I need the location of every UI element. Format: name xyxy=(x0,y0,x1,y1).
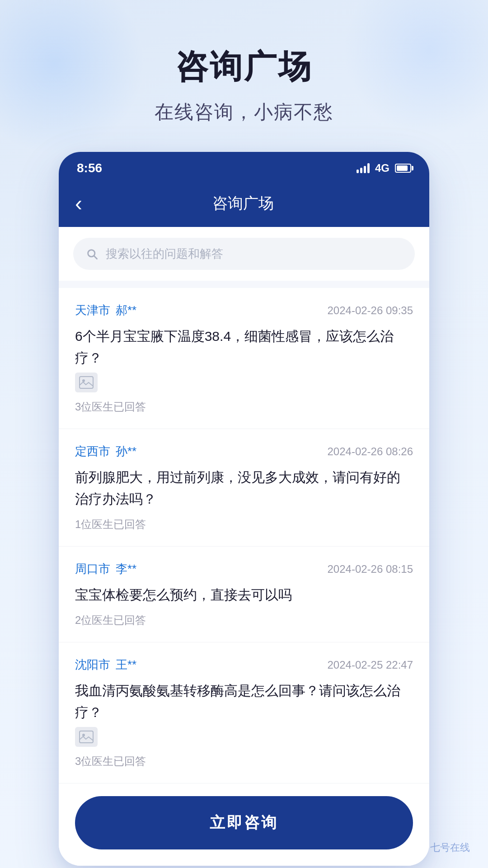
post-replies: 1位医生已回答 xyxy=(75,517,413,532)
page-subtitle: 在线咨询，小病不愁 xyxy=(0,99,488,125)
network-label: 4G xyxy=(375,162,389,175)
post-city: 天津市 xyxy=(75,302,110,318)
search-placeholder: 搜索以往的问题和解答 xyxy=(106,246,223,262)
post-author: 周口市 李** xyxy=(75,561,136,577)
post-image-thumb xyxy=(75,373,98,392)
post-time: 2024-02-26 08:15 xyxy=(328,563,413,576)
post-content: 我血清丙氨酸氨基转移酶高是怎么回事？请问该怎么治疗？ xyxy=(75,680,413,747)
content-area: 搜索以往的问题和解答 天津市 郝** 2024-02-26 09:35 6个半 xyxy=(59,227,429,866)
search-bar[interactable]: 搜索以往的问题和解答 xyxy=(73,238,415,270)
phone-mockup: 8:56 4G ‹ 咨询广场 xyxy=(59,152,429,866)
svg-point-5 xyxy=(82,734,85,736)
post-item[interactable]: 定西市 孙** 2024-02-26 08:26 前列腺肥大，用过前列康，没见多… xyxy=(59,429,429,547)
post-item[interactable]: 周口市 李** 2024-02-26 08:15 宝宝体检要怎么预约，直接去可以… xyxy=(59,547,429,642)
phone-wrapper: 8:56 4G ‹ 咨询广场 xyxy=(0,152,488,866)
svg-rect-2 xyxy=(80,377,93,388)
post-city: 沈阳市 xyxy=(75,657,110,673)
search-icon xyxy=(86,248,99,260)
post-content: 6个半月宝宝腋下温度38.4，细菌性感冒，应该怎么治疗？ xyxy=(75,326,413,392)
post-city: 周口市 xyxy=(75,561,110,577)
nav-bar: ‹ 咨询广场 xyxy=(59,183,429,227)
post-replies: 3位医生已回答 xyxy=(75,754,413,769)
post-replies: 2位医生已回答 xyxy=(75,613,413,627)
battery-icon xyxy=(395,164,411,173)
nav-title: 咨询广场 xyxy=(91,193,395,214)
signal-icon xyxy=(357,163,370,173)
post-meta: 沈阳市 王** 2024-02-25 22:47 xyxy=(75,657,413,673)
post-time: 2024-02-26 09:35 xyxy=(328,304,413,317)
post-item[interactable]: 天津市 郝** 2024-02-26 09:35 6个半月宝宝腋下温度38.4，… xyxy=(59,288,429,429)
status-icons: 4G xyxy=(357,162,411,175)
svg-point-3 xyxy=(82,379,85,382)
post-item[interactable]: 沈阳市 王** 2024-02-25 22:47 我血清丙氨酸氨基转移酶高是怎么… xyxy=(59,642,429,783)
page-main-title: 咨询广场 xyxy=(0,45,488,89)
status-time: 8:56 xyxy=(77,161,102,175)
post-author: 天津市 郝** xyxy=(75,302,136,318)
page-header: 咨询广场 在线咨询，小病不愁 xyxy=(0,0,488,152)
post-meta: 定西市 孙** 2024-02-26 08:26 xyxy=(75,443,413,459)
post-name: 孙** xyxy=(116,443,136,459)
post-author: 定西市 孙** xyxy=(75,443,136,459)
post-meta: 周口市 李** 2024-02-26 08:15 xyxy=(75,561,413,577)
post-meta: 天津市 郝** 2024-02-26 09:35 xyxy=(75,302,413,318)
cta-button[interactable]: 立即咨询 xyxy=(75,796,413,849)
post-city: 定西市 xyxy=(75,443,110,459)
back-button[interactable]: ‹ xyxy=(75,193,82,214)
post-name: 李** xyxy=(116,561,136,577)
post-time: 2024-02-26 08:26 xyxy=(328,445,413,458)
post-content: 宝宝体检要怎么预约，直接去可以吗 xyxy=(75,584,413,606)
post-name: 郝** xyxy=(116,302,136,318)
svg-line-1 xyxy=(94,256,97,259)
post-content: 前列腺肥大，用过前列康，没见多大成效，请问有好的治疗办法吗？ xyxy=(75,467,413,510)
post-time: 2024-02-25 22:47 xyxy=(328,659,413,671)
cta-container: 立即咨询 xyxy=(59,783,429,866)
post-author: 沈阳市 王** xyxy=(75,657,136,673)
status-bar: 8:56 4G xyxy=(59,152,429,183)
search-container: 搜索以往的问题和解答 xyxy=(59,227,429,281)
svg-rect-4 xyxy=(80,731,93,743)
post-replies: 3位医生已回答 xyxy=(75,400,413,414)
post-image-thumb xyxy=(75,727,98,747)
post-name: 王** xyxy=(116,657,136,673)
post-list: 天津市 郝** 2024-02-26 09:35 6个半月宝宝腋下温度38.4，… xyxy=(59,288,429,783)
